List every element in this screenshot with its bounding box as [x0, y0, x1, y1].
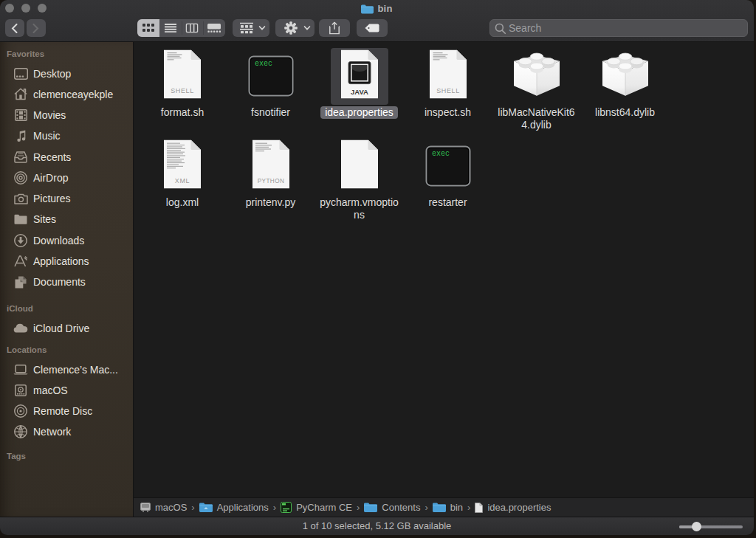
svg-text:JAVA: JAVA	[351, 87, 368, 95]
svg-text:SHELL: SHELL	[436, 86, 460, 94]
svg-text:XML: XML	[175, 176, 190, 184]
svg-text:SHELL: SHELL	[171, 86, 194, 94]
svg-text:PYTHON: PYTHON	[257, 177, 284, 184]
